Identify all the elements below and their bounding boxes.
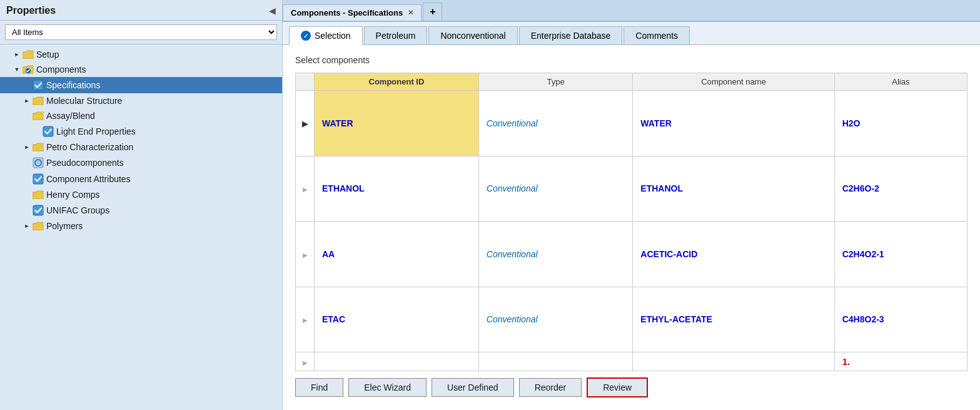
tab-selection-label: Selection xyxy=(315,31,351,41)
find-button[interactable]: Find xyxy=(295,378,343,397)
comp-number-empty: 1. xyxy=(834,352,967,371)
sidebar-item-component-attributes[interactable]: Component Attributes xyxy=(0,171,282,187)
folder-icon-assay xyxy=(33,111,44,120)
sidebar-item-petro-label: Petro Characterization xyxy=(46,142,133,152)
main-content: Select components Component ID Type Comp… xyxy=(283,45,980,410)
tab-selection[interactable]: ✓ Selection xyxy=(289,26,363,45)
circle-icon-pseudo xyxy=(33,157,44,168)
sidebar-item-specifications[interactable]: Specifications xyxy=(0,77,282,93)
table-row-empty[interactable]: ▶ 1. xyxy=(296,352,967,371)
col-header-indicator xyxy=(296,73,315,91)
folder-checked-icon xyxy=(23,65,34,74)
sidebar-item-pseudocomponents-label: Pseudocomponents xyxy=(46,158,124,168)
collapse-button[interactable]: ◀ xyxy=(269,6,276,16)
sidebar-item-unifac[interactable]: UNIFAC Groups xyxy=(0,202,282,218)
comp-name-etac: ETHYL-ACETATE xyxy=(633,287,834,352)
user-defined-button[interactable]: User Defined xyxy=(432,378,514,397)
comp-type-ethanol: Conventional xyxy=(478,156,632,222)
comp-alias-water: H2O xyxy=(834,91,967,156)
window-tab-close-button[interactable]: ✕ xyxy=(408,9,413,17)
col-header-component-id: Component ID xyxy=(315,73,479,91)
tab-nonconventional-label: Nonconventional xyxy=(440,31,505,41)
filter-row: All ItemsRequiredOptional xyxy=(0,21,282,44)
comp-name-water: WATER xyxy=(633,91,834,156)
sidebar-item-components-label: Components xyxy=(36,64,86,74)
comp-id-aa[interactable]: AA xyxy=(315,222,479,287)
tab-nonconventional[interactable]: Nonconventional xyxy=(428,26,517,44)
window-tab-bar: Components - Specifications ✕ + xyxy=(283,0,980,22)
comp-alias-ethanol: C2H6O-2 xyxy=(834,156,967,222)
properties-title: Properties xyxy=(6,5,56,16)
comp-type-aa: Conventional xyxy=(478,222,632,287)
sidebar-item-light-end[interactable]: Light End Properties xyxy=(0,123,282,140)
comp-id-water[interactable]: WATER xyxy=(315,91,479,156)
checked-blue-icon-light xyxy=(43,126,54,137)
content-tabs: ✓ Selection Petroleum Nonconventional En… xyxy=(283,22,980,45)
inactive-arrow: ▶ xyxy=(303,317,308,324)
spacer-icon xyxy=(23,81,31,90)
sidebar-item-petro[interactable]: ► Petro Characterization xyxy=(0,140,282,155)
table-row[interactable]: ▶ WATER Conventional WATER H2O xyxy=(296,91,967,156)
comp-name-aa: ACETIC-ACID xyxy=(633,222,834,287)
sidebar-item-henry-comps-label: Henry Comps xyxy=(46,190,100,200)
tab-enterprise-database-label: Enterprise Database xyxy=(531,31,611,41)
comp-id-ethanol[interactable]: ETHANOL xyxy=(315,156,479,222)
expand-icon-polymers: ► xyxy=(23,222,31,230)
sidebar-item-henry-comps[interactable]: Henry Comps xyxy=(0,187,282,202)
tree-container: ► Setup ▼ Components xyxy=(0,44,282,410)
comp-type-empty xyxy=(478,352,632,371)
left-panel-header: Properties ◀ xyxy=(0,0,282,21)
spacer-icon-pseudo xyxy=(23,158,31,167)
sidebar-item-molecular-label: Molecular Structure xyxy=(46,96,122,106)
row-indicator-ethanol: ▶ xyxy=(296,156,315,222)
filter-select[interactable]: All ItemsRequiredOptional xyxy=(5,24,277,40)
bottom-buttons: Find Elec Wizard User Defined Reorder Re… xyxy=(295,371,967,400)
sidebar-item-components[interactable]: ▼ Components xyxy=(0,62,282,77)
reorder-button[interactable]: Reorder xyxy=(519,378,582,397)
inactive-arrow: ▶ xyxy=(303,252,308,259)
window-tab-components-specs[interactable]: Components - Specifications ✕ xyxy=(283,4,422,21)
table-row[interactable]: ▶ ETHANOL Conventional ETHANOL C2H6O-2 xyxy=(296,156,967,222)
add-tab-button[interactable]: + xyxy=(423,3,442,21)
row-arrow-cell: ▶ xyxy=(296,91,315,156)
spacer-icon-compattr xyxy=(23,175,31,183)
sidebar-item-polymers[interactable]: ► Polymers xyxy=(0,218,282,233)
window-tab-label: Components - Specifications xyxy=(291,8,403,18)
table-row[interactable]: ▶ AA Conventional ACETIC-ACID C2H4O2-1 xyxy=(296,222,967,287)
sidebar-item-pseudocomponents[interactable]: Pseudocomponents xyxy=(0,155,282,171)
tab-comments-label: Comments xyxy=(635,31,678,41)
comp-id-empty[interactable] xyxy=(315,352,479,371)
expand-icon-molecular: ► xyxy=(23,96,31,105)
sidebar-item-assay-blend-label: Assay/Blend xyxy=(46,111,95,121)
tab-enterprise-database[interactable]: Enterprise Database xyxy=(519,26,623,44)
inactive-arrow: ▶ xyxy=(303,359,308,366)
add-tab-icon: + xyxy=(430,6,435,18)
comp-type-water: Conventional xyxy=(478,91,632,156)
col-header-component-name: Component name xyxy=(633,73,834,91)
tab-comments[interactable]: Comments xyxy=(624,26,690,44)
folder-icon-petro xyxy=(33,143,44,151)
folder-icon-molecular xyxy=(33,96,44,105)
comp-id-etac[interactable]: ETAC xyxy=(315,287,479,352)
sidebar-item-setup[interactable]: ► Setup xyxy=(0,47,282,62)
row-indicator-aa: ▶ xyxy=(296,222,315,287)
spacer-icon-henry xyxy=(23,190,31,199)
section-title: Select components xyxy=(295,55,967,65)
sidebar-item-polymers-label: Polymers xyxy=(46,221,83,231)
sidebar-item-light-end-label: Light End Properties xyxy=(56,126,136,136)
col-header-alias: Alias xyxy=(834,73,967,91)
sidebar-item-setup-label: Setup xyxy=(36,49,59,59)
active-row-arrow: ▶ xyxy=(302,120,308,128)
table-row[interactable]: ▶ ETAC Conventional ETHYL-ACETATE C4H8O2… xyxy=(296,287,967,352)
elec-wizard-button[interactable]: Elec Wizard xyxy=(348,378,427,397)
folder-icon-henry xyxy=(33,190,44,199)
sidebar-item-specifications-label: Specifications xyxy=(46,80,100,90)
sidebar-item-molecular-structure[interactable]: ► Molecular Structure xyxy=(0,93,282,108)
tab-petroleum[interactable]: Petroleum xyxy=(364,26,428,44)
sidebar-item-assay-blend[interactable]: Assay/Blend xyxy=(0,108,282,123)
spacer-icon-unifac xyxy=(23,206,31,215)
comp-alias-etac: C4H8O2-3 xyxy=(834,287,967,352)
checked-blue-icon xyxy=(33,79,44,91)
expand-icon-petro: ► xyxy=(23,143,31,151)
review-button[interactable]: Review xyxy=(587,377,648,397)
